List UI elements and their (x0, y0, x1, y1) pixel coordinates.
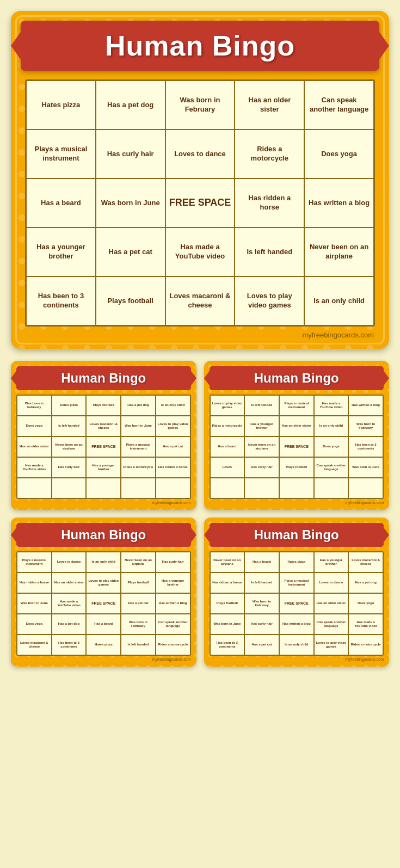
bingo-cell: Was born in June (210, 614, 245, 635)
bingo-cell: Was born in June (17, 593, 52, 614)
bingo-cell: Plays football (96, 276, 165, 325)
bingo-cell: Has a pet dog (348, 572, 383, 593)
bingo-cell: Has an older sister (17, 436, 52, 457)
bingo-cell: FREE SPACE (279, 593, 314, 614)
bingo-cell: Loves to play video games (156, 416, 190, 436)
bingo-cell: Is an only child (279, 635, 314, 655)
bingo-cell: Has written a blog (348, 395, 383, 416)
small-watermark-2: myfreebingocards.com (16, 501, 191, 504)
small-banner-2: Human Bingo (16, 366, 191, 390)
bingo-cell: Has made a YouTube video (165, 227, 235, 276)
bingo-cell: Was born in February (121, 614, 156, 635)
bingo-cell: Has a younger brother (244, 416, 279, 436)
bingo-cell: Has written a blog (156, 593, 190, 614)
small-title-3: Human Bingo (254, 371, 339, 385)
bingo-cell (279, 478, 314, 498)
bingo-cell: Is an only child (314, 416, 349, 436)
small-grid-2: Was born in FebruaryHates pizzaPlays foo… (16, 395, 191, 499)
bingo-cell: Rides a motorcycle (348, 635, 383, 655)
bingo-cell: Hates pizza (86, 635, 121, 655)
bingo-cell: Has a pet dog (121, 395, 156, 416)
main-title: Human Bingo (105, 30, 295, 61)
bingo-cell: Was born in February (348, 416, 383, 436)
bingo-cell: Has an older sister (314, 593, 349, 614)
bingo-cell: Does yoga (304, 130, 374, 178)
bingo-cell: Plays football (121, 572, 156, 593)
bingo-cell: FREE SPACE (165, 178, 235, 227)
bingo-cell: Loves macaroni & cheese (165, 276, 235, 325)
bingo-cell: Plays a musical instrument (26, 130, 96, 178)
bingo-cell: Has a pet cat (96, 227, 165, 276)
bingo-cell: Has curly hair (156, 552, 190, 572)
bingo-cell: Can speak another language (314, 614, 349, 635)
bingo-cell: FREE SPACE (279, 436, 314, 457)
bingo-cell: Loves to dance (165, 130, 235, 178)
bingo-cell: Does yoga (17, 416, 52, 436)
bingo-cell: Is left handed (244, 572, 279, 593)
bingo-cell: Has ridden a horse (17, 572, 52, 593)
small-grid-3: Loves to play video gamesIs left handedP… (210, 395, 384, 499)
small-card-3: Human Bingo Loves to play video gamesIs … (204, 361, 390, 510)
bingo-cell: Plays a musical instrument (279, 395, 314, 416)
small-title-2: Human Bingo (61, 371, 146, 385)
bingo-cell: Has an older sister (235, 81, 304, 130)
bingo-cell: Was born in February (244, 593, 279, 614)
bingo-cell (17, 478, 52, 498)
small-watermark-3: myfreebingocards.com (210, 501, 384, 504)
bingo-cell: Has made a YouTube video (17, 457, 52, 478)
bingo-cell: Has a pet cat (244, 635, 279, 655)
bingo-cell: Has been to 3 continents (210, 635, 245, 655)
bingo-cell: Has a beard (26, 178, 96, 227)
bingo-cell: Was born in February (165, 81, 235, 130)
bingo-cell: Hates pizza (279, 552, 314, 572)
bingo-cell: Loves to play video games (86, 572, 121, 593)
bingo-cell (244, 478, 279, 498)
small-watermark-5: myfreebingocards.com (210, 657, 384, 661)
bingo-cell: Does yoga (314, 436, 349, 457)
bingo-cell: Has made a YouTube video (348, 614, 383, 635)
bingo-cell: Does yoga (17, 614, 52, 635)
bingo-cell: Can speak another language (314, 457, 349, 478)
bingo-cell: Has written a blog (279, 614, 314, 635)
bingo-cell: Has curly hair (244, 457, 279, 478)
bingo-cell: Rides a motorcycle (156, 635, 190, 655)
bingo-cell: Has a beard (244, 552, 279, 572)
bingo-cell: Plays football (279, 457, 314, 478)
bingo-cell: Has a pet dog (96, 81, 165, 130)
bingo-cell: Has curly hair (96, 130, 165, 178)
bingo-cell: Has made a YouTube video (52, 593, 87, 614)
bingo-cell: Loves to play video games (210, 395, 245, 416)
small-title-5: Human Bingo (254, 527, 339, 542)
bingo-cell: Rides a motorcycle (210, 416, 245, 436)
bingo-cell: Loves to dance (52, 552, 87, 572)
bingo-cell: Has a pet cat (156, 436, 190, 457)
bingo-cell: Can speak another language (304, 81, 374, 130)
bingo-cell: Loves to play video games (235, 276, 304, 325)
bingo-cell: FREE SPACE (86, 593, 121, 614)
bingo-cell: Has an older sister (279, 416, 314, 436)
bingo-cell: Has a beard (210, 436, 245, 457)
bingo-cell: Has curly hair (244, 614, 279, 635)
bingo-cell: Is left handed (52, 416, 87, 436)
bingo-cell: Has a beard (86, 614, 121, 635)
main-watermark: myfreebingocards.com (21, 331, 374, 339)
bingo-cell: Is an only child (156, 395, 190, 416)
bingo-cell: Has been to 3 continents (26, 276, 96, 325)
bingo-cell: Has a younger brother (314, 552, 349, 572)
main-bingo-card: Human Bingo Hates pizzaHas a pet dogWas … (11, 11, 389, 349)
bingo-cell: Has curly hair (52, 457, 87, 478)
small-card-2: Human Bingo Was born in FebruaryHates pi… (11, 361, 196, 510)
bingo-cell: Loves (210, 457, 245, 478)
bingo-cell: Plays a musical instrument (279, 572, 314, 593)
bingo-cell: Has a younger brother (156, 572, 190, 593)
bingo-cell: Was born in June (96, 178, 165, 227)
bingo-cell: Has a pet dog (52, 614, 87, 635)
bingo-cell: Has written a blog (304, 178, 374, 227)
bingo-cell: Rides a motorcycle (121, 457, 156, 478)
bingo-cell: Never been on an airplane (210, 552, 245, 572)
bingo-cell: Plays a musical instrument (17, 552, 52, 572)
small-banner-4: Human Bingo (16, 523, 191, 547)
bingo-cell: Hates pizza (26, 81, 96, 130)
bingo-cell: Was born in February (17, 395, 52, 416)
bingo-cell: Does yoga (348, 593, 383, 614)
